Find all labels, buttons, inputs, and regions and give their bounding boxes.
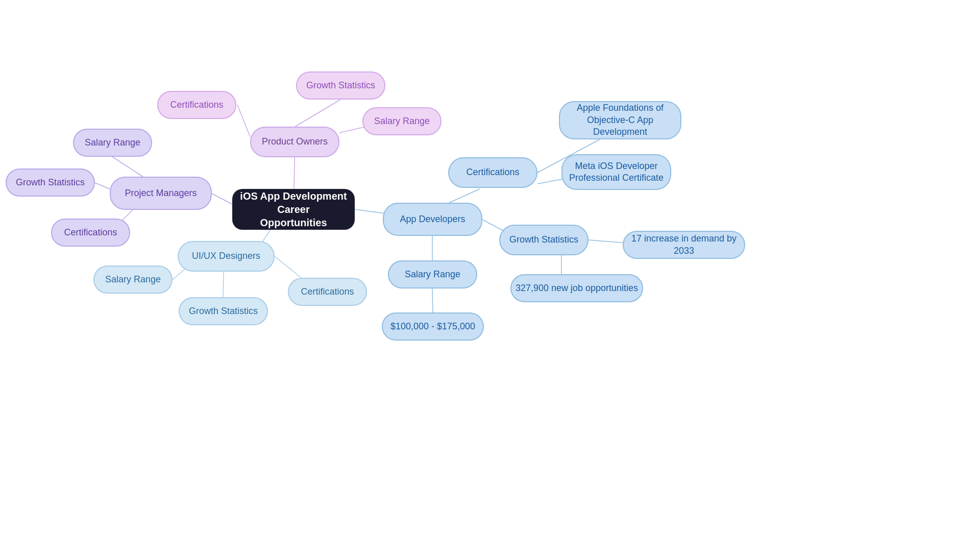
node-salary-amount-app: $100,000 - $175,000 — [382, 312, 484, 341]
node-growth-stats-pm: Growth Statistics — [6, 169, 95, 197]
svg-line-11 — [275, 256, 301, 278]
node-certifications-pm: Certifications — [51, 219, 130, 247]
svg-line-15 — [449, 189, 480, 203]
node-salary-range-uiux: Salary Range — [93, 266, 173, 294]
node-certifications-product-owners: Certifications — [157, 91, 236, 119]
node-app-developers: App Developers — [383, 203, 482, 236]
svg-line-3 — [237, 105, 250, 137]
node-growth-stats-product-owners: Growth Statistics — [296, 71, 385, 100]
center-node: iOS App Development CareerOpportunities — [232, 189, 355, 230]
svg-line-6 — [95, 183, 110, 189]
node-salary-range-app: Salary Range — [388, 260, 477, 288]
node-project-managers: Project Managers — [110, 177, 212, 210]
node-salary-range-pm: Salary Range — [73, 129, 152, 157]
node-growth-stats-app: Growth Statistics — [499, 225, 589, 255]
node-certifications-app: Certifications — [448, 157, 537, 188]
svg-line-5 — [112, 157, 143, 177]
node-uiux-designers: UI/UX Designers — [178, 241, 275, 272]
svg-line-14 — [432, 288, 433, 312]
node-327900-jobs: 327,900 new job opportunities — [510, 274, 643, 302]
node-meta-ios: Meta iOS DeveloperProfessional Certifica… — [561, 154, 671, 190]
node-17-increase-demand: 17 increase in demand by 2033 — [623, 231, 745, 259]
node-product-owners: Product Owners — [250, 127, 339, 157]
svg-line-1 — [295, 100, 340, 127]
node-growth-stats-uiux: Growth Statistics — [179, 297, 268, 325]
node-certifications-uiux: Certifications — [288, 278, 367, 306]
node-apple-foundations: Apple Foundations ofObjective-C App Deve… — [559, 101, 681, 139]
svg-line-4 — [212, 194, 232, 204]
node-salary-range-product-owners: Salary Range — [362, 107, 442, 135]
svg-line-10 — [223, 272, 224, 297]
